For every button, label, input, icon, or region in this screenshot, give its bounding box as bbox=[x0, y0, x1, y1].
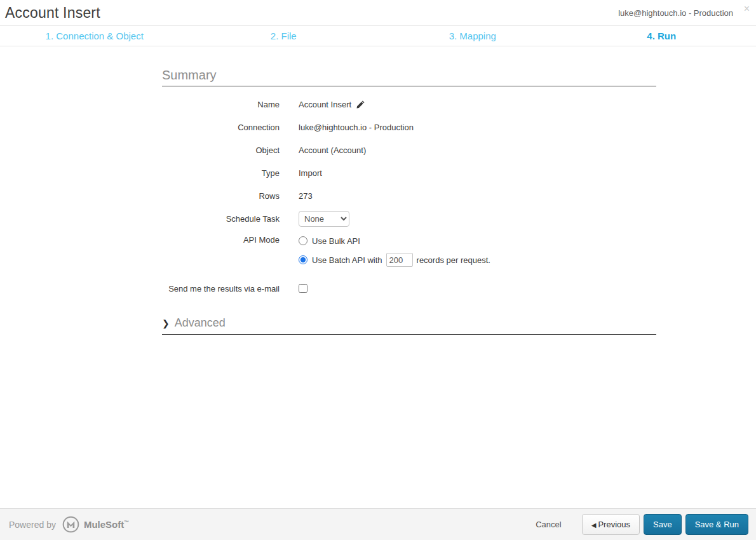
previous-arrow-icon: ◀ bbox=[591, 522, 597, 529]
step-mapping[interactable]: 3. Mapping bbox=[378, 30, 567, 41]
powered-by: Powered by MuleSoft™ bbox=[9, 516, 129, 533]
summary-heading: Summary bbox=[162, 68, 656, 86]
step-connection-object[interactable]: 1. Connection & Object bbox=[0, 30, 189, 41]
mulesoft-logo-icon bbox=[62, 516, 79, 533]
page-title: Account Insert bbox=[5, 4, 100, 22]
bulk-api-radio[interactable] bbox=[299, 236, 307, 245]
main-content: Summary Name Account Insert Connection l… bbox=[162, 68, 656, 335]
advanced-toggle[interactable]: ❯ Advanced bbox=[162, 316, 656, 335]
api-mode-label: API Mode bbox=[162, 234, 280, 245]
footer-bar: Powered by MuleSoft™ Cancel ◀Previous Sa… bbox=[0, 508, 756, 540]
save-and-run-button[interactable]: Save & Run bbox=[685, 514, 748, 535]
row-rows: Rows 273 bbox=[162, 184, 656, 207]
footer-actions: Cancel ◀Previous Save Save & Run bbox=[536, 514, 752, 535]
row-api-mode: API Mode Use Bulk API Use Batch API with… bbox=[162, 234, 656, 272]
type-label: Type bbox=[162, 168, 280, 178]
object-label: Object bbox=[162, 145, 280, 155]
batch-api-option[interactable]: Use Batch API with records per request. bbox=[299, 253, 490, 267]
name-value: Account Insert bbox=[299, 100, 351, 109]
email-results-label: Send me the results via e-mail bbox=[162, 284, 280, 294]
connection-label: Connection bbox=[162, 123, 280, 132]
batch-size-input[interactable] bbox=[386, 253, 413, 267]
schedule-task-label: Schedule Task bbox=[162, 214, 280, 224]
rows-label: Rows bbox=[162, 191, 280, 201]
bulk-api-option[interactable]: Use Bulk API bbox=[299, 234, 490, 248]
chevron-right-icon: ❯ bbox=[162, 318, 170, 328]
summary-form: Name Account Insert Connection luke@high… bbox=[162, 93, 656, 300]
close-icon[interactable]: × bbox=[744, 3, 750, 15]
connection-badge: luke@hightouch.io - Production bbox=[618, 8, 733, 18]
batch-api-radio[interactable] bbox=[299, 255, 307, 264]
row-type: Type Import bbox=[162, 161, 656, 184]
step-file[interactable]: 2. File bbox=[189, 30, 379, 41]
name-label: Name bbox=[162, 100, 280, 109]
row-object: Object Account (Account) bbox=[162, 138, 656, 161]
previous-label: Previous bbox=[598, 520, 630, 529]
cancel-button[interactable]: Cancel bbox=[536, 520, 561, 529]
batch-api-suffix: records per request. bbox=[417, 255, 490, 265]
step-run[interactable]: 4. Run bbox=[567, 30, 756, 41]
mulesoft-brand: MuleSoft bbox=[84, 519, 124, 530]
app-header: Account Insert luke@hightouch.io - Produ… bbox=[0, 0, 756, 26]
bulk-api-label: Use Bulk API bbox=[312, 236, 360, 246]
edit-name-icon[interactable] bbox=[356, 100, 365, 109]
save-button[interactable]: Save bbox=[644, 514, 682, 535]
row-connection: Connection luke@hightouch.io - Productio… bbox=[162, 116, 656, 138]
powered-by-text: Powered by bbox=[9, 520, 56, 530]
object-value: Account (Account) bbox=[299, 145, 366, 155]
rows-value: 273 bbox=[299, 191, 313, 201]
advanced-label: Advanced bbox=[175, 316, 226, 330]
schedule-task-select[interactable]: None bbox=[299, 211, 349, 227]
email-results-checkbox[interactable] bbox=[299, 284, 307, 293]
row-name: Name Account Insert bbox=[162, 93, 656, 116]
trademark-symbol: ™ bbox=[124, 520, 129, 525]
connection-value: luke@hightouch.io - Production bbox=[299, 123, 414, 132]
batch-api-prefix: Use Batch API with bbox=[312, 255, 382, 265]
previous-button[interactable]: ◀Previous bbox=[582, 514, 640, 535]
type-value: Import bbox=[299, 168, 322, 178]
row-schedule-task: Schedule Task None bbox=[162, 207, 656, 230]
row-email-results: Send me the results via e-mail bbox=[162, 277, 656, 300]
wizard-steps: 1. Connection & Object 2. File 3. Mappin… bbox=[0, 26, 756, 46]
